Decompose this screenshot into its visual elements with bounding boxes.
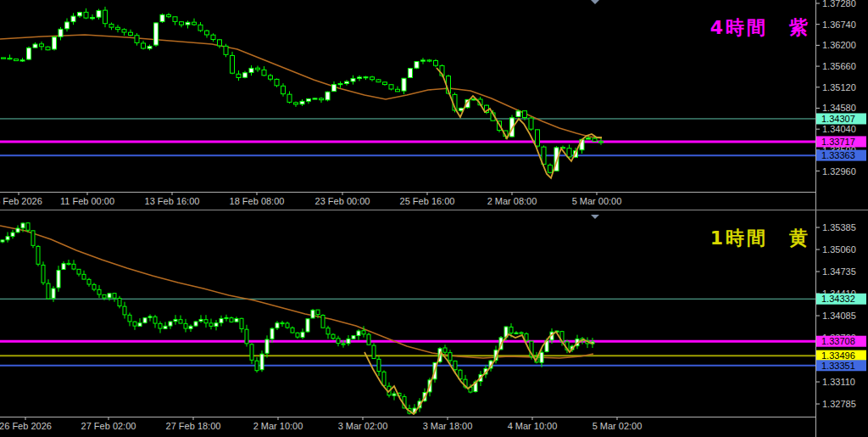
time-tick-label: 3 Mar 02:00: [338, 421, 388, 431]
price-level-chip-label: 1.33717: [821, 137, 855, 147]
candle-body: [192, 22, 197, 25]
panel-title-4h: 4時間 紫: [710, 15, 810, 41]
candle-body: [198, 25, 203, 31]
candle-body: [57, 271, 60, 288]
candle-body: [275, 323, 279, 328]
time-tick-label: 25 Feb 16:00: [400, 196, 455, 206]
candle-body: [509, 327, 513, 333]
candle-body: [255, 361, 259, 370]
candle-body: [269, 76, 273, 79]
candle-body: [129, 32, 133, 35]
candle-body: [389, 85, 393, 89]
candle-body: [265, 339, 269, 353]
candle-body: [180, 22, 184, 25]
candle-body: [415, 62, 419, 69]
candle-body: [434, 60, 438, 65]
chart-panel-bg[interactable]: [0, 215, 815, 417]
candle-body: [347, 339, 350, 343]
candle-body: [516, 111, 520, 116]
time-tick-label: 27 Feb 02:00: [81, 421, 136, 431]
candle-body: [351, 79, 355, 81]
panel-title-1h: 1時間 黄: [710, 226, 810, 251]
candle-body: [345, 81, 349, 83]
candle-body: [113, 294, 116, 299]
candle-body: [21, 223, 25, 228]
price-tick-label: 1.33110: [822, 377, 855, 387]
candle-body: [47, 283, 50, 299]
candle-body: [14, 59, 19, 61]
candle-body: [311, 310, 314, 317]
candle-body: [593, 138, 597, 142]
candle-body: [53, 37, 57, 49]
price-tick-label: 1.35060: [822, 244, 856, 255]
candle-body: [164, 326, 167, 328]
candle-body: [245, 329, 248, 344]
candle-body: [184, 323, 187, 328]
price-level-chip-label: 1.34307: [821, 114, 855, 124]
candle-body: [567, 148, 571, 157]
time-tick-label: 3 Mar 18:00: [423, 421, 473, 431]
candle-body: [71, 16, 75, 22]
candle-body: [179, 320, 182, 323]
candle-body: [338, 84, 342, 85]
candle-body: [72, 264, 75, 269]
time-tick-label: 26 Feb 2026: [0, 421, 52, 431]
candle-body: [138, 323, 142, 327]
candle-body: [262, 70, 266, 75]
candle-body: [211, 35, 215, 39]
price-level-chip-label: 1.33363: [821, 150, 855, 160]
candle-body: [250, 345, 253, 360]
candle-body: [599, 142, 604, 143]
candle-body: [118, 299, 121, 306]
candle-body: [147, 46, 152, 48]
candle-body: [443, 348, 447, 352]
candle-body: [382, 372, 386, 385]
candle-body: [529, 118, 533, 129]
candle-body: [515, 333, 518, 333]
candle-body: [307, 99, 311, 102]
candle-body: [84, 12, 88, 18]
candle-body: [33, 44, 37, 48]
candle-body: [97, 11, 101, 18]
candle-body: [103, 10, 108, 24]
candle-body: [220, 318, 223, 322]
time-tick-label: 23 Feb 00:00: [315, 196, 370, 206]
candle-body: [249, 68, 253, 72]
candle-body: [31, 231, 35, 245]
candle-body: [224, 46, 228, 54]
candle-body: [367, 334, 370, 345]
candle-body: [427, 60, 431, 61]
candle-body: [46, 47, 50, 50]
candle-body: [67, 263, 70, 264]
candle-body: [97, 289, 101, 294]
candle-body: [372, 345, 376, 358]
candle-body: [128, 315, 131, 322]
candle-body: [453, 361, 457, 369]
trading-terminal: 1.372801.367401.362001.356601.351201.345…: [0, 0, 868, 437]
candle-body: [82, 274, 86, 279]
candle-body: [153, 317, 157, 323]
price-tick-label: 1.35660: [822, 61, 856, 71]
candle-body: [160, 14, 164, 21]
candle-body: [587, 138, 591, 139]
candle-body: [20, 60, 25, 61]
candle-body: [58, 29, 63, 36]
price-tick-label: 1.37280: [822, 0, 856, 8]
candle-body: [159, 323, 162, 328]
chart-panel-bg[interactable]: [0, 0, 815, 192]
candle-body: [352, 336, 355, 339]
candle-body: [230, 318, 233, 322]
candle-body: [313, 98, 317, 99]
candle-body: [270, 328, 274, 339]
candle-body: [214, 323, 218, 327]
candle-body: [27, 48, 31, 59]
candle-body: [357, 331, 360, 335]
candle-body: [6, 237, 9, 240]
candle-body: [306, 319, 309, 332]
candle-body: [199, 319, 203, 321]
chart-canvas[interactable]: 1.372801.367401.362001.356601.351201.345…: [0, 0, 868, 437]
candle-body: [243, 73, 248, 77]
candle-body: [520, 333, 523, 333]
candle-body: [364, 77, 368, 78]
candle-body: [123, 306, 126, 315]
